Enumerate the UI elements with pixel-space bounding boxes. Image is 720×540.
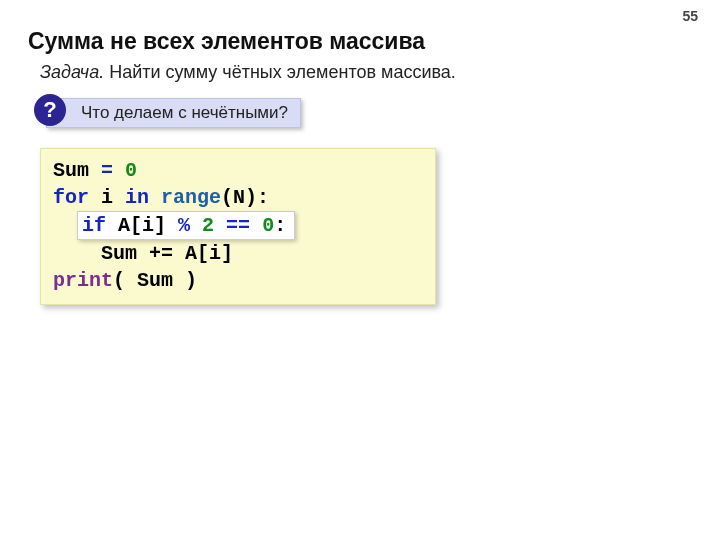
question-mark-icon: ? <box>34 94 66 126</box>
task-line: Задача. Найти сумму чётных элементов мас… <box>40 62 456 83</box>
hint-callout: Что делаем с нечётными? <box>46 98 301 128</box>
slide-title: Сумма не всех элементов массива <box>28 28 425 55</box>
code-line-1: Sum = 0 <box>53 157 423 184</box>
page-number: 55 <box>682 8 698 24</box>
code-line-4: Sum += A[i] <box>53 240 423 267</box>
code-line-2: for i in range(N): <box>53 184 423 211</box>
code-line-5: print( Sum ) <box>53 267 423 294</box>
task-text: Найти сумму чётных элементов массива. <box>104 62 456 82</box>
task-label: Задача. <box>40 62 104 82</box>
code-block: Sum = 0 for i in range(N): if A[i] % 2 =… <box>40 148 436 305</box>
code-line-3: if A[i] % 2 == 0: <box>53 211 423 240</box>
